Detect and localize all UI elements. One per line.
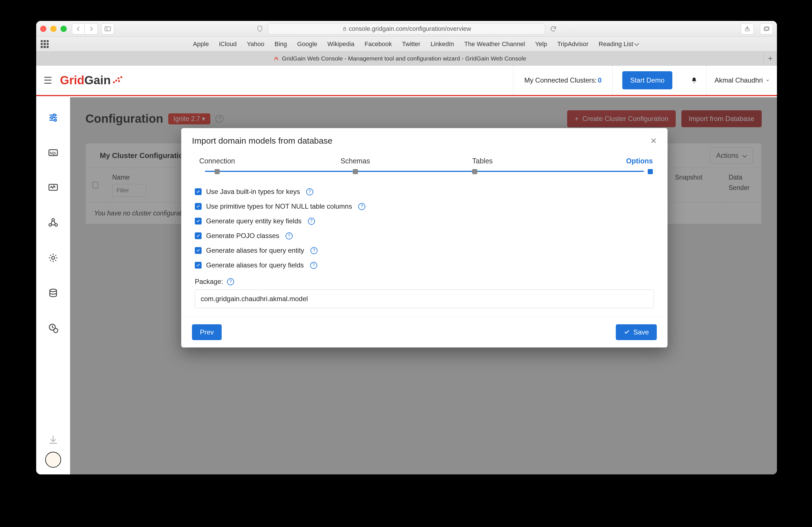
help-icon[interactable]: ? [358, 203, 365, 210]
bookmark-link[interactable]: LinkedIn [431, 41, 454, 48]
wizard-stepper: Connection Schemas Tables Options [196, 157, 653, 174]
nav-buttons [72, 23, 98, 34]
start-demo-button[interactable]: Start Demo [622, 71, 672, 89]
svg-rect-7 [115, 80, 117, 82]
step-options[interactable]: Options [626, 157, 653, 165]
prev-button[interactable]: Prev [192, 324, 222, 340]
save-button[interactable]: Save [616, 324, 657, 340]
import-modal: Import domain models from database ✕ Con… [181, 128, 668, 348]
bookmark-link[interactable]: Bing [275, 41, 287, 48]
browser-window: console.gridgain.com/configuration/overv… [36, 21, 777, 474]
rail-sql-icon[interactable]: SQL [48, 148, 58, 158]
user-menu[interactable]: Akmal Chaudhri [714, 76, 770, 84]
tab-title: GridGain Web Console - Management tool a… [282, 55, 526, 62]
brand-logo[interactable]: GridGain [60, 74, 123, 87]
bookmark-link[interactable]: Twitter [402, 41, 420, 48]
bookmark-link[interactable]: Reading List [598, 41, 638, 48]
rail-config-icon[interactable] [48, 113, 58, 123]
clusters-indicator[interactable]: My Connected Clusters: 0 [513, 65, 612, 95]
refresh-icon[interactable] [549, 24, 558, 34]
rail-storage-icon[interactable] [48, 288, 58, 298]
optonClose-label: Generate query entity key fields [206, 217, 302, 225]
app-root: ☰ GridGain My Connected Clusters: 0 Star… [36, 65, 777, 474]
opt-checkbox[interactable] [195, 232, 202, 239]
bookmark-link[interactable]: Facebook [364, 41, 392, 48]
url-bar[interactable]: console.gridgain.com/configuration/overv… [268, 23, 545, 34]
back-button[interactable] [72, 23, 85, 34]
rail-cluster-icon[interactable] [48, 218, 58, 228]
step-schemas[interactable]: Schemas [341, 157, 370, 165]
help-icon[interactable]: ? [308, 218, 315, 225]
browser-tab[interactable]: GridGain Web Console - Management tool a… [36, 52, 763, 65]
svg-rect-2 [343, 29, 346, 31]
opt-checkbox[interactable] [195, 188, 202, 195]
gridgain-spark-icon [112, 75, 123, 86]
forward-button[interactable] [85, 23, 98, 34]
notifications-icon[interactable] [691, 77, 698, 84]
bookmark-link[interactable]: Wikipedia [328, 41, 354, 48]
bookmark-link[interactable]: Yahoo [247, 41, 264, 48]
rail-settings-icon[interactable] [48, 253, 58, 263]
ignite-badge-icon[interactable] [45, 452, 61, 468]
help-icon[interactable]: ? [310, 247, 318, 254]
svg-text:SQL: SQL [49, 151, 57, 155]
gridgain-favicon-icon [273, 56, 279, 61]
minimize-icon[interactable] [50, 26, 57, 32]
help-icon[interactable]: ? [306, 188, 313, 195]
package-input[interactable] [195, 290, 654, 308]
bookmark-link[interactable]: The Weather Channel [464, 41, 525, 48]
brand-text-b: Gain [84, 74, 111, 87]
help-icon[interactable]: ? [286, 232, 293, 239]
new-tab-button[interactable]: + [763, 52, 777, 65]
titlebar: console.gridgain.com/configuration/overv… [36, 21, 777, 37]
opt-checkbox[interactable] [195, 203, 202, 210]
svg-rect-8 [118, 77, 119, 79]
close-icon[interactable]: ✕ [650, 136, 657, 146]
step-tables[interactable]: Tables [472, 157, 514, 165]
tabs-icon[interactable] [760, 23, 773, 34]
help-icon[interactable]: ? [310, 262, 317, 269]
fullscreen-icon[interactable] [60, 26, 67, 32]
lock-icon [342, 26, 347, 31]
rail-schedule-icon[interactable] [48, 323, 58, 333]
package-label: Package: ? [195, 278, 654, 286]
modal-title: Import domain models from database [192, 136, 333, 146]
opt-label: Use primitive types for NOT NULL table c… [206, 202, 352, 210]
svg-rect-9 [118, 80, 120, 82]
share-icon[interactable] [741, 23, 754, 34]
option-row: Generate POJO classes ? [195, 229, 654, 243]
sidebar-toggle-icon[interactable] [101, 23, 114, 34]
option-row: Use primitive types for NOT NULL table c… [195, 199, 654, 214]
rail-download-icon[interactable] [48, 435, 58, 445]
bookmark-link[interactable]: Apple [193, 41, 209, 48]
workarea: SQL Configuration Ignite 2.7 ▾ [36, 97, 777, 474]
opt-checkbox[interactable] [195, 247, 202, 254]
opt-checkbox[interactable] [195, 262, 202, 268]
step-connection[interactable]: Connection [199, 157, 235, 165]
opt-checkbox[interactable] [195, 218, 202, 224]
content-area: Configuration Ignite 2.7 ▾ ? + Create Cl… [70, 97, 777, 474]
option-row: Generate query entity key fields ? [195, 214, 654, 229]
bookmark-link[interactable]: TripAdvisor [557, 41, 589, 48]
svg-point-13 [54, 119, 56, 121]
rail-monitor-icon[interactable] [48, 182, 58, 193]
chevron-down-icon [766, 78, 770, 82]
clusters-count: 0 [598, 76, 601, 84]
apps-icon[interactable] [41, 40, 49, 48]
left-rail: SQL [36, 97, 70, 474]
option-row: Generate aliases for query fields ? [195, 258, 654, 273]
option-row: Use Java built-in types for keys ? [195, 184, 654, 199]
bookmark-link[interactable]: Google [297, 41, 317, 48]
menu-icon[interactable]: ☰ [44, 75, 52, 86]
close-icon[interactable] [40, 26, 46, 32]
site-settings-icon[interactable] [255, 24, 265, 34]
bookmark-link[interactable]: iCloud [219, 41, 237, 48]
svg-point-23 [54, 328, 58, 333]
svg-rect-0 [105, 27, 111, 31]
svg-point-12 [50, 116, 53, 119]
bookmarks-bar: Apple iCloud Yahoo Bing Google Wikipedia… [36, 37, 777, 52]
help-icon[interactable]: ? [227, 278, 234, 285]
bookmark-link[interactable]: Yelp [535, 41, 547, 48]
svg-point-20 [52, 257, 55, 260]
url-text: console.gridgain.com/configuration/overv… [349, 25, 471, 32]
